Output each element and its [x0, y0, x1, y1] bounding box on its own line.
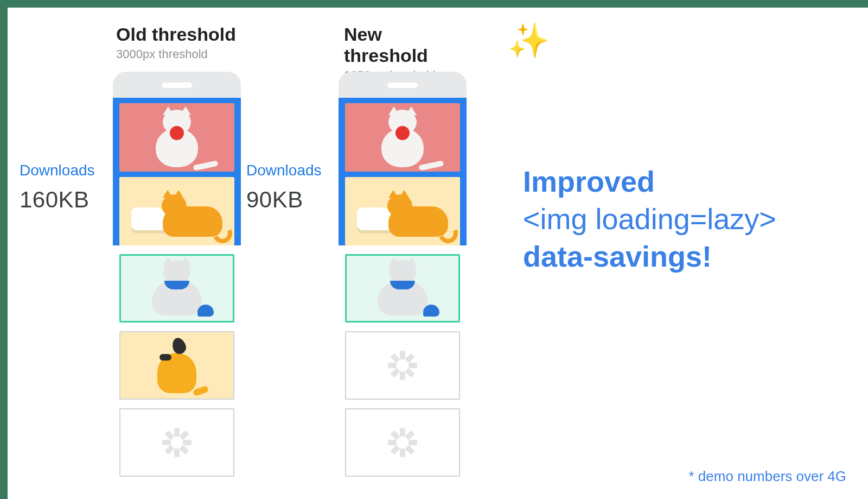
image-placeholder: [345, 331, 460, 400]
image-orange-dog-loaded: [119, 331, 234, 400]
old-threshold-title: Old threshold: [116, 24, 241, 45]
image-grey-cat-loaded: [119, 254, 234, 323]
phone-new-threshold: [339, 72, 467, 477]
offscreen-stack-new: [339, 254, 467, 477]
image-orange-cat: [119, 177, 234, 245]
spinner-icon: [388, 351, 417, 380]
old-downloads-group: Downloads 160KB: [20, 162, 95, 213]
old-threshold-subtitle: 3000px threshold: [116, 47, 241, 61]
downloads-label: Downloads: [20, 162, 95, 179]
offscreen-stack-old: [113, 254, 241, 477]
phone-bezel: [113, 72, 241, 98]
headline: Improved <img loading=lazy> data-savings…: [523, 163, 859, 275]
spinner-icon: [162, 428, 192, 457]
new-downloads-value: 90KB: [246, 187, 322, 213]
phone-screen: [339, 98, 467, 245]
downloads-label: Downloads: [246, 162, 322, 179]
new-downloads-group: Downloads 90KB: [246, 162, 322, 213]
image-cat-yarn: [119, 103, 234, 172]
old-threshold-header: Old threshold 3000px threshold: [116, 24, 241, 61]
old-downloads-value: 160KB: [20, 187, 95, 213]
image-placeholder: [345, 408, 460, 477]
footnote: * demo numbers over 4G: [689, 468, 846, 485]
image-placeholder: [119, 408, 234, 477]
phone-old-threshold: [113, 72, 241, 477]
image-grey-cat-loaded: [345, 254, 460, 323]
headline-line3: data-savings!: [523, 238, 859, 275]
headline-line1: Improved: [523, 163, 859, 200]
phone-screen: [113, 98, 241, 245]
new-threshold-title: New threshold: [344, 24, 469, 66]
image-cat-yarn: [345, 103, 460, 172]
phone-bezel: [339, 72, 467, 98]
image-orange-cat: [345, 177, 460, 245]
diagram-canvas: Old threshold 3000px threshold New thres…: [8, 8, 868, 499]
spinner-icon: [388, 428, 417, 457]
sparkle-icon: ✨: [508, 21, 550, 60]
headline-line2: <img loading=lazy>: [523, 200, 859, 238]
